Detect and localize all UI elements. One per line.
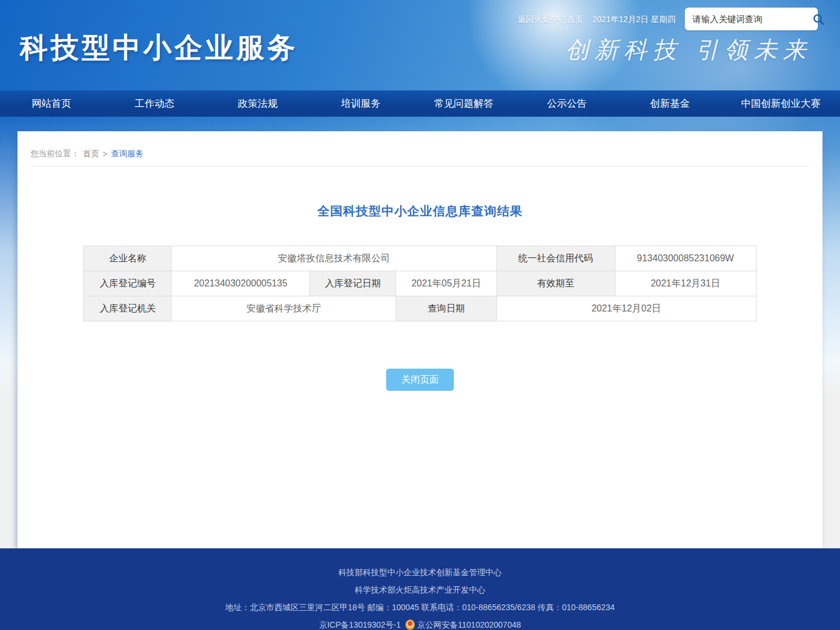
page-title: 全国科技型中小企业信息库查询结果 <box>18 203 822 219</box>
breadcrumb-prefix: 您当前位置： <box>30 149 79 159</box>
reg-number-label: 入库登记编号 <box>84 271 172 296</box>
breadcrumb-home-link[interactable]: 首页 <box>83 149 99 159</box>
icp-record-link[interactable]: 京ICP备13019302号-1 <box>319 620 401 629</box>
query-date-label: 查询日期 <box>396 296 496 321</box>
reg-authority-label: 入库登记机关 <box>84 296 172 321</box>
content-panel: 您当前位置： 首页 > 查询服务 全国科技型中小企业信息库查询结果 企业名称 安… <box>18 131 822 548</box>
breadcrumb-separator: > <box>103 149 107 159</box>
company-name-label: 企业名称 <box>84 246 172 271</box>
police-record-link[interactable]: 京公网安备11010202007048 <box>417 620 521 629</box>
reg-date-value: 2021年05月21日 <box>396 271 496 296</box>
nav-item-faq[interactable]: 常见问题解答 <box>412 90 516 117</box>
breadcrumb-current-link[interactable]: 查询服务 <box>111 149 144 159</box>
nav-item-policies[interactable]: 政策法规 <box>206 90 309 117</box>
breadcrumb: 您当前位置： 首页 > 查询服务 <box>18 131 822 159</box>
site-logo: 科技型中小企业服务 <box>20 29 298 66</box>
query-result-table: 企业名称 安徽塔孜信息技术有限公司 统一社会信用代码 9134030008523… <box>83 246 756 321</box>
reg-date-label: 入库登记日期 <box>310 271 396 296</box>
reg-number-value: 202134030200005135 <box>172 271 310 296</box>
close-page-button[interactable]: 关闭页面 <box>386 369 454 391</box>
search-box <box>685 8 818 30</box>
valid-until-value: 2021年12月31日 <box>615 271 756 296</box>
return-torch-home-link[interactable]: 返回火炬中心首页 <box>518 15 583 25</box>
nav-item-work-news[interactable]: 工作动态 <box>103 90 206 117</box>
valid-until-label: 有效期至 <box>496 271 615 296</box>
main-nav: 网站首页 工作动态 政策法规 培训服务 常见问题解答 公示公告 创新基金 中国创… <box>0 90 840 117</box>
company-name-value: 安徽塔孜信息技术有限公司 <box>172 246 496 271</box>
search-icon[interactable] <box>812 8 825 30</box>
search-input[interactable] <box>685 14 812 24</box>
nav-item-competition[interactable]: 中国创新创业大赛 <box>722 90 840 117</box>
police-badge-icon <box>405 620 415 630</box>
table-row: 入库登记编号 202134030200005135 入库登记日期 2021年05… <box>84 271 756 296</box>
footer-org-line2: 科学技术部火炬高技术产业开发中心 <box>0 581 840 598</box>
current-date: 2021年12月2日 星期四 <box>593 15 676 25</box>
footer-contact-line: 地址：北京市西城区三里河二区甲18号 邮编：100045 联系电话：010-88… <box>0 598 840 616</box>
page-footer: 科技部科技型中小企业技术创新基金管理中心 科学技术部火炬高技术产业开发中心 地址… <box>0 548 840 630</box>
credit-code-value: 91340300085231069W <box>615 246 756 271</box>
query-date-value: 2021年12月02日 <box>496 296 756 321</box>
nav-item-training[interactable]: 培训服务 <box>309 90 412 117</box>
nav-item-innovation-fund[interactable]: 创新基金 <box>618 90 722 117</box>
breadcrumb-divider <box>30 166 810 167</box>
table-row: 企业名称 安徽塔孜信息技术有限公司 统一社会信用代码 9134030008523… <box>84 246 756 271</box>
reg-authority-value: 安徽省科学技术厅 <box>172 296 396 321</box>
footer-record-line: 京ICP备13019302号-1京公网安备11010202007048 <box>0 616 840 630</box>
nav-item-home[interactable]: 网站首页 <box>0 90 103 117</box>
header-slogan: 创新科技 引领未来 <box>565 34 812 66</box>
footer-org-line1: 科技部科技型中小企业技术创新基金管理中心 <box>0 564 840 581</box>
credit-code-label: 统一社会信用代码 <box>496 246 615 271</box>
nav-item-announcements[interactable]: 公示公告 <box>515 90 618 117</box>
table-row: 入库登记机关 安徽省科学技术厅 查询日期 2021年12月02日 <box>84 296 756 321</box>
header-topbar: 返回火炬中心首页 2021年12月2日 星期四 <box>518 15 676 25</box>
